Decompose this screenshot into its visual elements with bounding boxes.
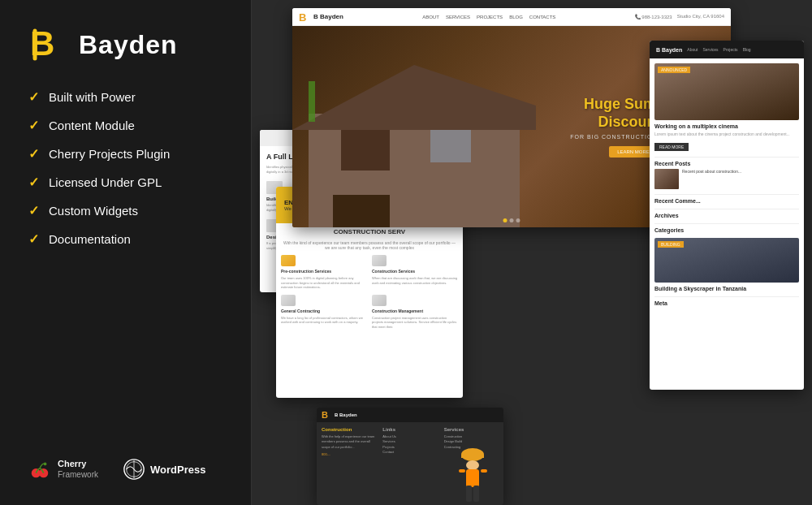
cherry-framework-label: Framework — [58, 470, 98, 480]
ss-nav-logo-area: B B Bayden — [299, 11, 343, 23]
ss2-service-4: Construction Management Construction pro… — [372, 295, 458, 330]
svg-text:B: B — [299, 11, 306, 23]
cherry-text: Cherry Framework — [58, 459, 98, 479]
ss5-col1-text: With the help of experience our team mem… — [322, 434, 376, 450]
bottom-logos: Cherry Framework WordPress — [28, 458, 223, 481]
ss-nav-services: SERVICES — [446, 15, 470, 19]
ss4-nav: About Services Projects Blog — [687, 47, 750, 52]
feature-item-2: ✓ Content Module — [28, 118, 223, 133]
ss-dot-3 — [516, 218, 520, 222]
ss4-post1-title: Working on a multiplex cinema — [654, 123, 799, 129]
feature-label-6: Documentation — [49, 232, 131, 246]
checkmark-icon-5: ✓ — [28, 203, 39, 218]
ss5-col-2: Links About UsServicesProjectsContact — [382, 427, 437, 456]
ss4-content: ANNOUNCED Working on a multiplex cinema … — [650, 58, 804, 313]
ss5-footer-header: B B Bayden — [317, 408, 503, 422]
ss-dot-1 — [503, 218, 508, 222]
cherry-icon — [28, 458, 51, 481]
checkmark-icon-1: ✓ — [28, 89, 39, 105]
ss2-service-2: Construction Services When that are disc… — [372, 255, 458, 290]
feature-item-3: ✓ Cherry Projects Plugin — [28, 146, 223, 162]
feature-item-1: ✓ Built with Power — [28, 89, 223, 105]
ss5-col-1: Construction With the help of experience… — [322, 427, 376, 456]
svg-marker-10 — [292, 65, 536, 130]
logo-area: B Bayden — [28, 24, 223, 65]
feature-label-3: Cherry Projects Plugin — [49, 147, 170, 161]
ss-nav-right: 📞 988-123-3323 Studio City, CA 91604 — [635, 14, 724, 19]
ss-carousel-dots — [503, 218, 520, 222]
ss-house-container — [292, 49, 536, 227]
svg-rect-12 — [430, 130, 471, 162]
svg-rect-17 — [461, 455, 484, 458]
ss2-section-desc: With the kind of experience our team mem… — [281, 240, 458, 250]
ss4-nav-4: Blog — [743, 47, 751, 52]
ss-address: Studio City, CA 91604 — [677, 14, 724, 19]
checkmark-icon-3: ✓ — [28, 146, 39, 162]
ss4-read-more-btn[interactable]: READ MORE — [654, 143, 689, 151]
ss4-brand: B Bayden — [656, 47, 682, 53]
ss2-service-title-1: Pre-construction Services — [281, 269, 367, 274]
ss5-worker-svg — [455, 437, 491, 502]
ss-navbar: B B Bayden ABOUT SERVICES PROJECTS BLOG … — [292, 8, 731, 26]
ss4-recent-img-1 — [654, 169, 679, 189]
ss2-service-icon-3 — [281, 295, 296, 306]
cherry-name: Cherry — [58, 459, 98, 469]
right-panel: B B Bayden ABOUT SERVICES PROJECTS BLOG … — [252, 0, 812, 505]
ss-nav-blog: BLOG — [509, 15, 523, 19]
ss2-service-text-4: Construction project management uses con… — [372, 316, 458, 330]
ss4-post2-image: BUILDING — [654, 238, 799, 283]
ss2-service-text-2: When that are discussing work than that,… — [372, 276, 458, 285]
ss2-service-text-1: Our team uses 100% in digital planning b… — [281, 276, 367, 290]
ss2-service-icon-4 — [372, 295, 387, 306]
ss2-service-icon-1 — [281, 255, 296, 266]
ss2-service-3: General Contracting We have a long list … — [281, 295, 367, 330]
ss4-post2-tag: BUILDING — [658, 241, 684, 248]
checkmark-icon-2: ✓ — [28, 118, 39, 133]
feature-label-4: Licensed Under GPL — [49, 175, 162, 189]
ss-nav-brand: B Bayden — [313, 13, 343, 20]
ss2-service-title-4: Construction Management — [372, 309, 458, 313]
ss4-categories-title: Categories — [654, 223, 799, 233]
ss4-recent-post-1: Recent post about construction... — [654, 169, 799, 189]
ss2-section-title: CONSTRUCTION SERV — [281, 228, 458, 235]
feature-label-2: Content Module — [49, 119, 135, 132]
ss-nav-links: ABOUT SERVICES PROJECTS BLOG CONTACTS — [422, 15, 555, 19]
wordpress-label: WordPress — [150, 464, 205, 476]
ss-logo-icon: B — [299, 11, 310, 23]
feature-item-5: ✓ Custom Widgets — [28, 203, 223, 218]
ss4-post1-text: Lorem ipsum text about the cinema projec… — [654, 132, 799, 137]
svg-rect-11 — [341, 130, 390, 170]
svg-rect-23 — [481, 469, 487, 473]
screenshot-footer: B B Bayden Construction With the help of… — [317, 408, 503, 505]
ss4-archives-title: Archives — [654, 209, 799, 218]
ss4-post1-tag: ANNOUNCED — [658, 67, 690, 73]
screenshot-blog: B Bayden About Services Projects Blog AN… — [650, 41, 804, 390]
wordpress-icon — [123, 458, 145, 481]
svg-rect-13 — [333, 195, 390, 227]
svg-rect-22 — [459, 469, 465, 473]
ss4-header: B Bayden About Services Projects Blog — [650, 41, 804, 58]
svg-rect-20 — [466, 486, 472, 502]
ss5-phone: 800-... — [322, 452, 376, 456]
ss4-nav-2: Services — [702, 47, 718, 52]
ss5-col1-title: Construction — [322, 427, 376, 432]
ss4-nav-1: About — [687, 47, 698, 52]
ss2-services-grid: Pre-construction Services Our team uses … — [281, 255, 458, 330]
ss2-service-title-3: General Contracting — [281, 309, 367, 313]
ss-nav-about: ABOUT — [422, 15, 439, 19]
svg-point-4 — [44, 463, 47, 466]
feature-label-1: Built with Power — [49, 90, 136, 104]
svg-rect-19 — [466, 469, 479, 487]
svg-point-18 — [466, 460, 479, 470]
ss4-nav-3: Projects — [723, 47, 738, 52]
ss4-recent-text-1: Recent post about construction... — [682, 169, 741, 189]
ss2-service-icon-2 — [372, 255, 387, 266]
svg-rect-14 — [309, 81, 315, 122]
ss2-service-title-2: Construction Services — [372, 269, 458, 274]
ss-nav-contacts: CONTACTS — [529, 15, 556, 19]
ss-house-svg — [292, 49, 536, 227]
brand-logo-icon: B — [28, 24, 69, 65]
cherry-framework-logo: Cherry Framework — [28, 458, 98, 481]
features-list: ✓ Built with Power ✓ Content Module ✓ Ch… — [28, 89, 223, 247]
brand-name: Bayden — [79, 30, 178, 60]
